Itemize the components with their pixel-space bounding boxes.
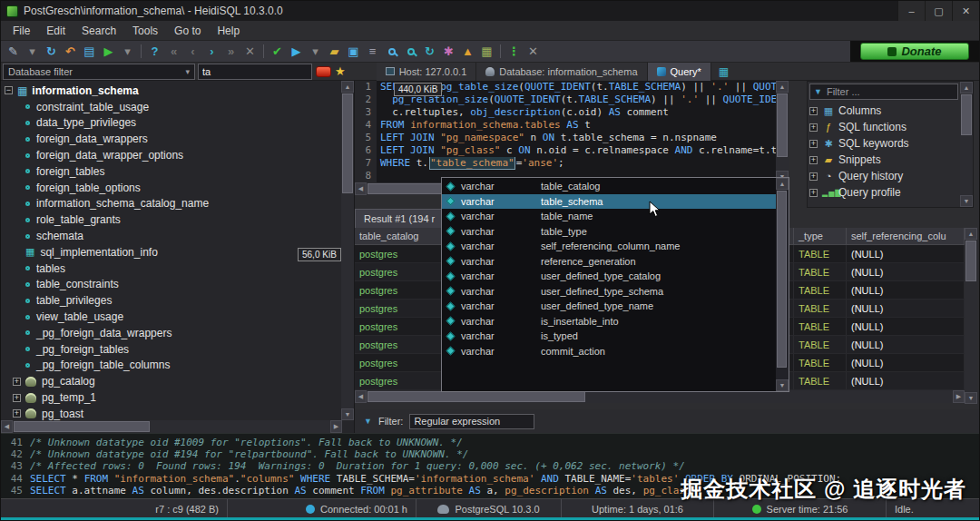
- menu-help[interactable]: Help: [209, 23, 248, 39]
- more-options-icon[interactable]: ⋮: [505, 43, 524, 61]
- tree-item-tables[interactable]: tables: [1, 260, 341, 277]
- tree-item-sql-implementation-info[interactable]: ▦sql_implementation_info: [1, 244, 341, 260]
- scroll-right-icon[interactable]: ▶: [953, 390, 965, 403]
- run-sql-icon[interactable]: ▶: [287, 43, 306, 61]
- panel-filter-input[interactable]: ▼ Filter ...: [809, 84, 958, 100]
- tree-horizontal-scrollbar[interactable]: ◀ ▶: [1, 420, 342, 433]
- expand-expander-icon[interactable]: +: [13, 394, 21, 402]
- scroll-thumb[interactable]: [777, 93, 788, 157]
- go-last-icon[interactable]: »: [221, 43, 240, 61]
- column-header-self-referencing-colu[interactable]: self_referencing_colu: [847, 228, 965, 245]
- autocomplete-item-user-defined-type-catalog[interactable]: varcharuser_defined_type_catalog: [442, 269, 777, 284]
- tree-item-foreign-table-options[interactable]: foreign_table_options: [1, 180, 341, 196]
- scroll-down-icon[interactable]: ▼: [965, 392, 977, 404]
- scroll-left-icon[interactable]: ◀: [355, 390, 367, 403]
- close-button[interactable]: ✕: [952, 1, 979, 21]
- tree-item-foreign-data-wrappers[interactable]: foreign_data_wrappers: [1, 131, 341, 147]
- go-next-icon[interactable]: ›: [202, 43, 221, 61]
- panel-vertical-scrollbar[interactable]: ▲ ▼: [960, 82, 973, 207]
- table-tools-icon[interactable]: ▦: [477, 43, 496, 61]
- expand-expander-icon[interactable]: +: [13, 409, 21, 418]
- tree-item-pg-foreign-data-wrappers[interactable]: _pg_foreign_data_wrappers: [1, 325, 341, 341]
- tab-host-127-0-0-1[interactable]: Host: 127.0.0.1: [377, 63, 477, 81]
- scroll-down-icon[interactable]: ▼: [960, 195, 973, 207]
- new-query-tab-icon[interactable]: ▦: [719, 65, 729, 78]
- maximize-button[interactable]: ▢: [925, 1, 952, 21]
- scroll-left-icon[interactable]: ◀: [355, 182, 367, 195]
- scroll-thumb[interactable]: [368, 391, 585, 402]
- tree-item-view-table-usage[interactable]: view_table_usage: [1, 309, 341, 325]
- warning-icon[interactable]: ▲: [458, 43, 477, 61]
- tree-item-pg-foreign-tables[interactable]: _pg_foreign_tables: [1, 341, 341, 358]
- donate-button[interactable]: Donate: [860, 43, 969, 60]
- tree-vertical-scrollbar[interactable]: ▲ ▼: [341, 81, 354, 420]
- expand-expander-icon[interactable]: +: [13, 378, 21, 386]
- titlebar[interactable]: PostGresch\information_schema\ - HeidiSQ…: [1, 1, 979, 21]
- scroll-thumb[interactable]: [14, 421, 150, 432]
- autocomplete-item-is-typed[interactable]: varcharis_typed: [442, 329, 777, 344]
- tree-item-pg-foreign-table-columns[interactable]: _pg_foreign_table_columns: [1, 358, 341, 374]
- menu-search[interactable]: Search: [74, 23, 124, 39]
- open-file-icon[interactable]: ▰: [325, 43, 344, 61]
- tree-item-information-schema-catalog-name[interactable]: information_schema_catalog_name: [1, 196, 341, 212]
- panel-item-query-profile[interactable]: +▂▅▇Query profile: [809, 184, 958, 201]
- tree-item-role-table-grants[interactable]: role_table_grants: [1, 211, 341, 228]
- autocomplete-item-is-insertable-into[interactable]: varcharis_insertable_into: [442, 314, 777, 329]
- expand-expander-icon[interactable]: +: [809, 140, 818, 148]
- scroll-thumb[interactable]: [965, 241, 976, 281]
- grid-horizontal-scrollbar[interactable]: ◀ ▶: [355, 390, 965, 403]
- grid-vertical-scrollbar[interactable]: ▲ ▼: [965, 228, 977, 404]
- panel-item-snippets[interactable]: +▰Snippets: [809, 152, 958, 168]
- tree-item-table-privileges[interactable]: table_privileges: [1, 292, 341, 309]
- refresh-icon[interactable]: ↻: [42, 43, 61, 61]
- connect-caret-icon[interactable]: ▾: [118, 43, 137, 61]
- tree-item-constraint-table-usage[interactable]: constraint_table_usage: [1, 99, 341, 115]
- close-tab-icon[interactable]: ✕: [524, 43, 543, 61]
- database-filter-dropdown[interactable]: Database filter ▾: [3, 64, 195, 80]
- session-manager-icon[interactable]: ✎: [4, 43, 23, 61]
- scroll-up-icon[interactable]: ▲: [960, 82, 973, 93]
- expand-expander-icon[interactable]: +: [809, 172, 818, 181]
- panel-item-columns[interactable]: +▦Columns: [809, 103, 958, 119]
- editor-vertical-scrollbar[interactable]: ▲ ▼: [776, 81, 789, 182]
- result-tab[interactable]: Result #1 (194 r: [355, 209, 444, 228]
- clear-filter-button[interactable]: [316, 66, 331, 77]
- autocomplete-item-table-name[interactable]: varchartable_name: [442, 209, 777, 224]
- save-file-icon[interactable]: ▣: [344, 43, 363, 61]
- panel-item-query-history[interactable]: +◔Query history: [809, 168, 958, 184]
- menu-edit[interactable]: Edit: [38, 23, 74, 39]
- search-icon[interactable]: [382, 43, 401, 61]
- result-filter-input[interactable]: [409, 414, 534, 429]
- scroll-up-icon[interactable]: ▲: [965, 228, 977, 240]
- scroll-thumb[interactable]: [777, 191, 787, 368]
- scroll-thumb[interactable]: [961, 94, 972, 135]
- autocomplete-item-commit-action[interactable]: varcharcommit_action: [442, 344, 777, 359]
- autocomplete-item-self-referencing-column-name[interactable]: varcharself_referencing_column_name: [442, 239, 777, 254]
- menu-file[interactable]: File: [5, 23, 38, 39]
- scroll-down-icon[interactable]: ▼: [776, 379, 789, 391]
- minimize-button[interactable]: –: [897, 1, 925, 21]
- autocomplete-item-table-catalog[interactable]: varchartable_catalog: [442, 179, 777, 194]
- go-first-icon[interactable]: «: [164, 43, 183, 61]
- autocomplete-item-table-type[interactable]: varchartable_type: [442, 224, 777, 240]
- popup-vertical-scrollbar[interactable]: ▲ ▼: [776, 178, 789, 391]
- autocomplete-item-user-defined-type-name[interactable]: varcharuser_defined_type_name: [442, 299, 777, 314]
- panel-item-sql-functions[interactable]: +ƒSQL functions: [809, 119, 958, 135]
- reload-icon[interactable]: ↻: [420, 43, 439, 61]
- validate-sql-icon[interactable]: ✔: [268, 43, 287, 61]
- panel-item-sql-keywords[interactable]: +✱SQL keywords: [809, 135, 958, 152]
- export-results-icon[interactable]: ≡: [363, 43, 382, 61]
- column-header-type[interactable]: _type: [794, 228, 847, 245]
- go-previous-icon[interactable]: ‹: [183, 43, 202, 61]
- tree-item-foreign-tables[interactable]: foreign_tables: [1, 163, 341, 180]
- session-caret-icon[interactable]: ▾: [23, 43, 42, 61]
- tab-database-information-schema[interactable]: Database: information_schema: [476, 63, 647, 81]
- tree-item-pg-catalog[interactable]: +pg_catalog: [1, 373, 341, 389]
- run-caret-icon[interactable]: ▾: [306, 43, 325, 61]
- autocomplete-popup[interactable]: varchartable_catalogvarchartable_schemav…: [441, 177, 789, 392]
- scroll-right-icon[interactable]: ▶: [330, 420, 342, 433]
- expand-expander-icon[interactable]: +: [809, 107, 818, 115]
- table-filter-input[interactable]: [198, 64, 312, 80]
- column-header-table-catalog[interactable]: table_catalog: [355, 228, 442, 245]
- scroll-up-icon[interactable]: ▲: [776, 81, 789, 93]
